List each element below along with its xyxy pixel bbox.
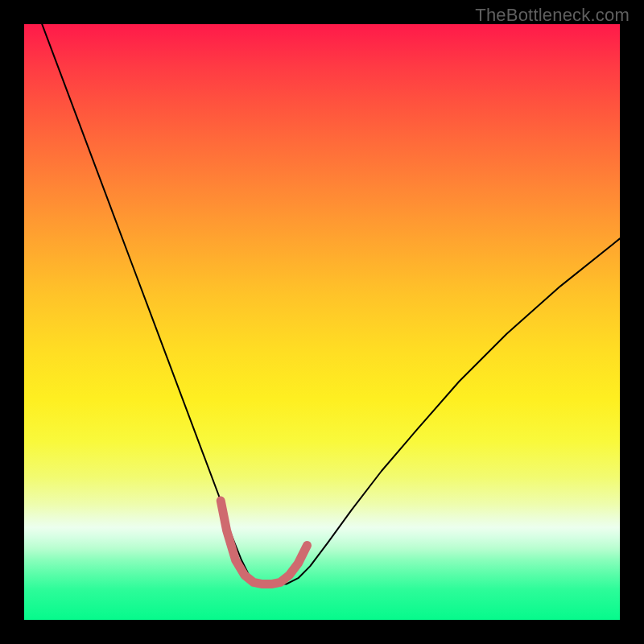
plot-area [24, 24, 620, 620]
optimal-band [221, 501, 307, 584]
watermark-text: TheBottleneck.com [475, 5, 630, 26]
bottleneck-curve [42, 24, 620, 584]
chart-svg [24, 24, 620, 620]
